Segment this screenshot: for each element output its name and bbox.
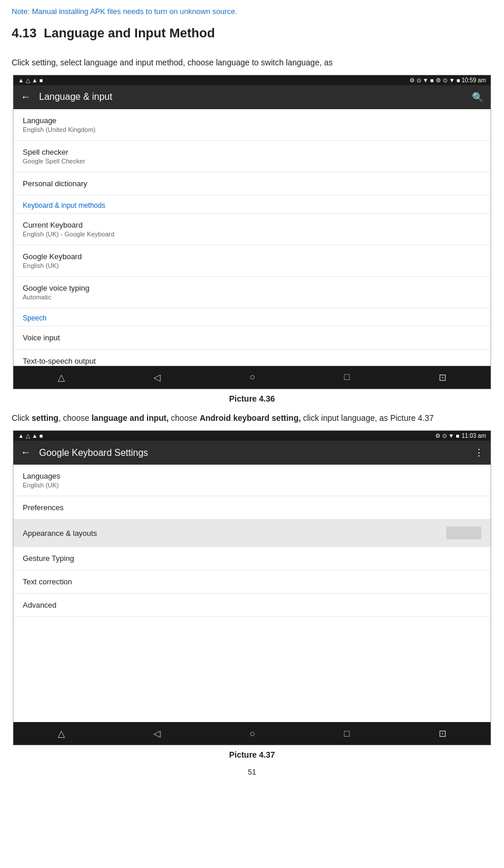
- status-bar-left-1: ▲ △ ▲ ■: [18, 77, 43, 83]
- list-item-google-keyboard[interactable]: Google Keyboard English (UK): [13, 245, 491, 277]
- item-title-gesture-typing: Gesture Typing: [23, 554, 481, 563]
- section-header-keyboard: Keyboard & input methods: [13, 196, 491, 214]
- between-text: Click setting, choose language and input…: [12, 412, 492, 424]
- menu-icon-2[interactable]: ⋮: [474, 447, 484, 458]
- time-2: 11:03 am: [461, 433, 486, 439]
- top-bar-2: ← Google Keyboard Settings ⋮: [13, 441, 491, 465]
- item-row-appearance: Appearance & layouts: [23, 527, 481, 539]
- back-button-1[interactable]: ←: [20, 91, 31, 103]
- status-bar-2: ▲ △ ▲ ■ ⚙ ⊙ ▼ ■ 11:03 am: [13, 431, 491, 441]
- nav-bar-1: △ ◁ ○ □ ⊡: [13, 366, 491, 389]
- caption-4-36: Picture 4.36: [12, 394, 492, 403]
- item-sub-google-keyboard: English (UK): [23, 262, 481, 269]
- time-1: ⚙ ⊙ ▼ ■ 10:59 am: [436, 77, 486, 83]
- item-title-voice-input: Voice input: [23, 333, 481, 342]
- screen-title-2: Google Keyboard Settings: [39, 448, 148, 458]
- status-bar-left-2: ▲ △ ▲ ■: [18, 433, 43, 439]
- back-button-2[interactable]: ←: [20, 447, 31, 459]
- toggle-appearance[interactable]: [446, 527, 481, 539]
- note-text: Note: Manual installing APK files needs …: [12, 6, 492, 18]
- top-bar-left-2: ← Google Keyboard Settings: [20, 447, 148, 459]
- list-item-appearance[interactable]: Appearance & layouts: [13, 520, 491, 547]
- settings-list-1: Language English (United Kingdom) Spell …: [13, 109, 491, 366]
- item-title-tts: Text-to-speech output: [23, 357, 481, 365]
- section-title: 4.13 Language and Input Method: [12, 26, 492, 41]
- list-item-voice-typing[interactable]: Google voice typing Automatic: [13, 277, 491, 308]
- item-sub-current-keyboard: English (UK) - Google Keyboard: [23, 231, 481, 238]
- item-title-personal-dict: Personal dictionary: [23, 179, 481, 188]
- item-title-google-keyboard: Google Keyboard: [23, 252, 481, 261]
- empty-space: [13, 617, 491, 722]
- status-icons-left-1: ▲ △ ▲ ■: [18, 77, 43, 83]
- nav-screen-2[interactable]: ⊡: [439, 728, 446, 739]
- list-item-advanced[interactable]: Advanced: [13, 594, 491, 617]
- page-number: 51: [12, 768, 492, 776]
- item-title-preferences: Preferences: [23, 503, 481, 512]
- list-item-text-correction[interactable]: Text correction: [13, 570, 491, 594]
- caption-4-37: Picture 4.37: [12, 750, 492, 759]
- top-bar-1: ← Language & input 🔍: [13, 85, 491, 109]
- nav-home-2[interactable]: △: [58, 728, 65, 739]
- list-item-language[interactable]: Language English (United Kingdom): [13, 109, 491, 141]
- status-bar-right-2: ⚙ ⊙ ▼ ■ 11:03 am: [435, 433, 486, 439]
- status-bar-right-1: ⚙ ⊙ ▼ ■ ⚙ ⊙ ▼ ■ 10:59 am: [410, 77, 486, 83]
- status-icons-left-2: ▲ △ ▲ ■: [18, 433, 43, 439]
- nav-circle-1[interactable]: ○: [250, 372, 256, 382]
- item-title-languages-2: Languages: [23, 472, 481, 480]
- list-item-languages-2[interactable]: Languages English (UK): [13, 465, 491, 496]
- item-title-voice-typing: Google voice typing: [23, 284, 481, 292]
- nav-square-1[interactable]: □: [344, 372, 350, 382]
- list-item-gesture-typing[interactable]: Gesture Typing: [13, 547, 491, 570]
- nav-square-2[interactable]: □: [344, 728, 350, 739]
- item-title-text-correction: Text correction: [23, 577, 481, 586]
- screen-title-1: Language & input: [39, 92, 112, 102]
- nav-bar-2: △ ◁ ○ □ ⊡: [13, 722, 491, 745]
- nav-back-2[interactable]: ◁: [153, 728, 160, 739]
- settings-list-2: Languages English (UK) Preferences Appea…: [13, 465, 491, 722]
- screenshot-4-37: ▲ △ ▲ ■ ⚙ ⊙ ▼ ■ 11:03 am ← Google Keyboa…: [13, 430, 491, 745]
- nav-back-1[interactable]: ◁: [153, 372, 160, 383]
- item-sub-voice-typing: Automatic: [23, 294, 481, 301]
- search-icon-1[interactable]: 🔍: [472, 92, 484, 103]
- list-item-preferences[interactable]: Preferences: [13, 496, 491, 520]
- item-title-advanced: Advanced: [23, 601, 481, 609]
- item-sub-languages-2: English (UK): [23, 482, 481, 489]
- section-header-speech: Speech: [13, 308, 491, 326]
- nav-circle-2[interactable]: ○: [250, 728, 256, 739]
- list-item-spell-checker[interactable]: Spell checker Google Spell Checker: [13, 141, 491, 172]
- signal-icons-2: ⚙ ⊙ ▼ ■: [435, 433, 459, 439]
- item-sub-language: English (United Kingdom): [23, 126, 481, 133]
- list-item-personal-dict[interactable]: Personal dictionary: [13, 172, 491, 196]
- status-bar-1: ▲ △ ▲ ■ ⚙ ⊙ ▼ ■ ⚙ ⊙ ▼ ■ 10:59 am: [13, 75, 491, 85]
- item-title-spell: Spell checker: [23, 148, 481, 156]
- screenshot-4-36: ▲ △ ▲ ■ ⚙ ⊙ ▼ ■ ⚙ ⊙ ▼ ■ 10:59 am ← Langu…: [13, 75, 491, 389]
- nav-home-1[interactable]: △: [58, 372, 65, 383]
- item-sub-spell: Google Spell Checker: [23, 158, 481, 165]
- item-title-appearance: Appearance & layouts: [23, 529, 97, 538]
- item-title-current-keyboard: Current Keyboard: [23, 221, 481, 229]
- list-item-voice-input[interactable]: Voice input: [13, 326, 491, 350]
- list-item-current-keyboard[interactable]: Current Keyboard English (UK) - Google K…: [13, 214, 491, 245]
- item-title-language: Language: [23, 116, 481, 125]
- intro-text: Click setting, select language and input…: [12, 56, 492, 69]
- top-bar-left-1: ← Language & input: [20, 91, 112, 103]
- signal-icons-1: ⚙ ⊙ ▼ ■: [410, 77, 433, 83]
- nav-screen-1[interactable]: ⊡: [439, 372, 446, 383]
- list-item-tts[interactable]: Text-to-speech output: [13, 350, 491, 366]
